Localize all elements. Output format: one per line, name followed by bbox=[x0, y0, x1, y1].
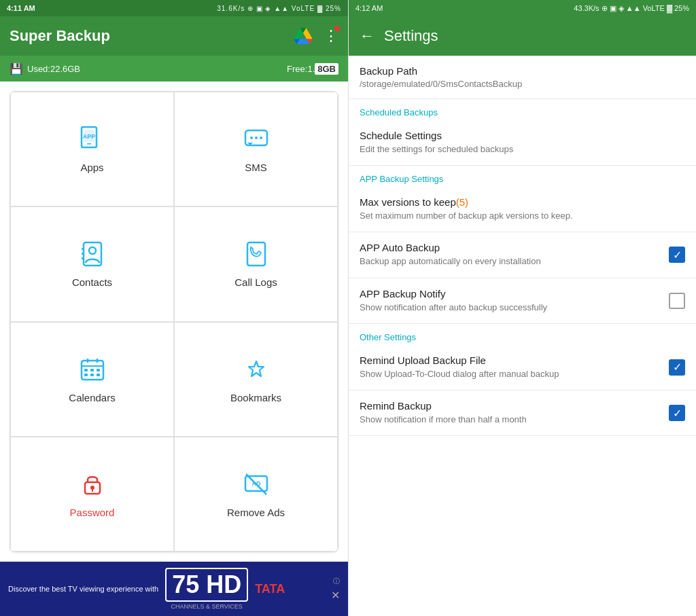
settings-title: Settings bbox=[384, 27, 438, 45]
svg-rect-3 bbox=[87, 143, 91, 145]
sd-card-icon: 💾 bbox=[10, 62, 23, 75]
schedule-settings-subtitle: Edit the settings for scheduled backups bbox=[360, 143, 685, 156]
app-backup-notify-info: APP Backup Notify Show notification afte… bbox=[360, 288, 669, 314]
storage-used-label: Used:22.6GB bbox=[27, 64, 80, 74]
app-backup-notify-subtitle: Show notification after auto backup succ… bbox=[360, 302, 669, 314]
storage-bar: 💾 Used:22.6GB Free:1.8GB bbox=[0, 56, 348, 81]
remind-backup-subtitle: Show notification if more than half a mo… bbox=[360, 414, 669, 426]
settings-content: Backup Path /storage/emulated/0/SmsConta… bbox=[349, 56, 696, 616]
svg-rect-18 bbox=[84, 369, 88, 372]
bookmarks-icon bbox=[242, 355, 271, 386]
remind-upload-subtitle: Show Upload-To-Cloud dialog after manual… bbox=[360, 368, 669, 380]
grid-item-contacts[interactable]: Contacts bbox=[10, 206, 174, 321]
ad-logo: TATA bbox=[255, 582, 285, 596]
settings-schedule-settings[interactable]: Schedule Settings Edit the settings for … bbox=[349, 120, 696, 166]
notification-dot bbox=[334, 26, 340, 31]
section-app-backup-settings: APP Backup Settings bbox=[349, 166, 696, 187]
storage-free: Free:1.8GB bbox=[287, 64, 338, 74]
settings-max-versions[interactable]: Max versions to keep(5) Set maximum numb… bbox=[349, 187, 696, 232]
grid-item-bookmarks[interactable]: Bookmarks bbox=[174, 322, 338, 437]
remind-backup-checkbox[interactable]: ✓ bbox=[669, 405, 685, 421]
svg-rect-21 bbox=[84, 374, 88, 376]
max-versions-subtitle: Set maximum number of backup apk version… bbox=[360, 210, 685, 222]
apps-label: Apps bbox=[80, 162, 103, 173]
sms-icon bbox=[242, 125, 271, 156]
back-button[interactable]: ← bbox=[360, 27, 375, 45]
svg-text:APP: APP bbox=[82, 133, 95, 140]
app-auto-backup-subtitle: Backup app automatically on every instal… bbox=[360, 255, 669, 268]
time-left: 4:11 AM bbox=[7, 4, 35, 12]
backup-path-value: /storage/emulated/0/SmsContactsBackup bbox=[360, 79, 685, 89]
status-icons-left: 31.6K/s ⊕ ▣ ◈ ▲▲ VoLTE ▓ 25% bbox=[217, 5, 341, 12]
time-right: 4:12 AM bbox=[355, 4, 383, 12]
backup-path-title: Backup Path bbox=[360, 65, 685, 77]
drive-icon[interactable] bbox=[294, 28, 313, 44]
svg-rect-10 bbox=[82, 248, 84, 250]
remind-backup-info: Remind Backup Show notification if more … bbox=[360, 400, 669, 426]
grid-item-removeads[interactable]: AD Remove Ads bbox=[174, 437, 338, 551]
section-other-settings: Other Settings bbox=[349, 324, 696, 345]
grid-item-apps[interactable]: APP Apps bbox=[10, 92, 174, 206]
app-backup-notify-checkbox[interactable] bbox=[669, 293, 685, 309]
ad-text: Discover the best TV viewing experience … bbox=[8, 583, 158, 595]
remind-upload-info: Remind Upload Backup File Show Upload-To… bbox=[360, 355, 669, 380]
remind-upload-title: Remind Upload Backup File bbox=[360, 355, 669, 366]
svg-point-5 bbox=[250, 137, 253, 139]
svg-rect-23 bbox=[97, 374, 100, 376]
remind-upload-checkbox[interactable]: ✓ bbox=[669, 359, 685, 376]
header-icons: ⋮ bbox=[294, 27, 338, 45]
svg-rect-22 bbox=[90, 374, 94, 376]
contacts-label: Contacts bbox=[72, 276, 112, 288]
max-versions-title: Max versions to keep(5) bbox=[360, 196, 685, 208]
password-icon bbox=[78, 470, 107, 501]
calendars-icon bbox=[78, 355, 107, 386]
status-bar-left: 4:11 AM 31.6K/s ⊕ ▣ ◈ ▲▲ VoLTE ▓ 25% bbox=[0, 0, 348, 16]
svg-rect-19 bbox=[90, 369, 94, 372]
more-menu-button[interactable]: ⋮ bbox=[324, 27, 338, 45]
grid-item-calendars[interactable]: Calendars bbox=[10, 322, 174, 437]
storage-free-highlight: 8GB bbox=[315, 63, 338, 75]
app-auto-backup-checkbox[interactable]: ✓ bbox=[669, 247, 685, 263]
svg-rect-11 bbox=[82, 253, 84, 255]
schedule-settings-title: Schedule Settings bbox=[360, 130, 685, 141]
calllogs-icon bbox=[242, 240, 271, 271]
app-title: Super Backup bbox=[10, 27, 110, 45]
settings-app-auto-backup[interactable]: APP Auto Backup Backup app automatically… bbox=[349, 232, 696, 278]
ad-banner: Discover the best TV viewing experience … bbox=[0, 562, 348, 616]
removeads-label: Remove Ads bbox=[227, 507, 285, 518]
ad-close-button[interactable]: ✕ bbox=[331, 589, 340, 602]
remind-backup-title: Remind Backup bbox=[360, 400, 669, 412]
max-versions-value: (5) bbox=[456, 196, 468, 208]
svg-point-6 bbox=[255, 137, 258, 139]
settings-remind-backup[interactable]: Remind Backup Show notification if more … bbox=[349, 391, 696, 436]
svg-point-9 bbox=[89, 247, 96, 254]
apps-icon: APP bbox=[78, 125, 107, 156]
contacts-icon bbox=[78, 240, 107, 271]
settings-header: ← Settings bbox=[349, 16, 696, 56]
grid-item-password[interactable]: Password bbox=[10, 437, 174, 551]
app-auto-backup-title: APP Auto Backup bbox=[360, 242, 669, 253]
status-icons-right: 43.3K/s ⊕ ▣ ◈ ▲▲ VoLTE ▓ 25% bbox=[574, 4, 689, 13]
settings-app-backup-notify[interactable]: APP Backup Notify Show notification afte… bbox=[349, 278, 696, 324]
sms-label: SMS bbox=[245, 162, 267, 173]
grid-item-sms[interactable]: SMS bbox=[174, 92, 338, 206]
ad-content: 75 HD CHANNELS & SERVICES bbox=[165, 568, 248, 610]
svg-point-7 bbox=[260, 137, 262, 139]
storage-free-label: Free:1. bbox=[287, 64, 315, 74]
settings-remind-upload[interactable]: Remind Upload Backup File Show Upload-To… bbox=[349, 345, 696, 391]
svg-rect-20 bbox=[97, 369, 100, 372]
svg-rect-12 bbox=[82, 257, 84, 259]
ad-info-icon: ⓘ bbox=[333, 577, 340, 586]
password-label: Password bbox=[70, 507, 115, 518]
status-bar-right: 4:12 AM 43.3K/s ⊕ ▣ ◈ ▲▲ VoLTE ▓ 25% bbox=[349, 0, 696, 16]
section-scheduled-backups: Scheduled Backups bbox=[349, 99, 696, 120]
left-panel: 4:11 AM 31.6K/s ⊕ ▣ ◈ ▲▲ VoLTE ▓ 25% Sup… bbox=[0, 0, 348, 616]
settings-backup-path[interactable]: Backup Path /storage/emulated/0/SmsConta… bbox=[349, 56, 696, 99]
main-grid: APP Apps SMS bbox=[10, 91, 338, 552]
grid-item-calllogs[interactable]: Call Logs bbox=[174, 206, 338, 321]
app-auto-backup-info: APP Auto Backup Backup app automatically… bbox=[360, 242, 669, 268]
calendars-label: Calendars bbox=[69, 392, 115, 403]
calllogs-label: Call Logs bbox=[234, 276, 277, 288]
right-panel: 4:12 AM 43.3K/s ⊕ ▣ ◈ ▲▲ VoLTE ▓ 25% ← S… bbox=[348, 0, 696, 616]
ad-subtext: CHANNELS & SERVICES bbox=[171, 603, 242, 610]
